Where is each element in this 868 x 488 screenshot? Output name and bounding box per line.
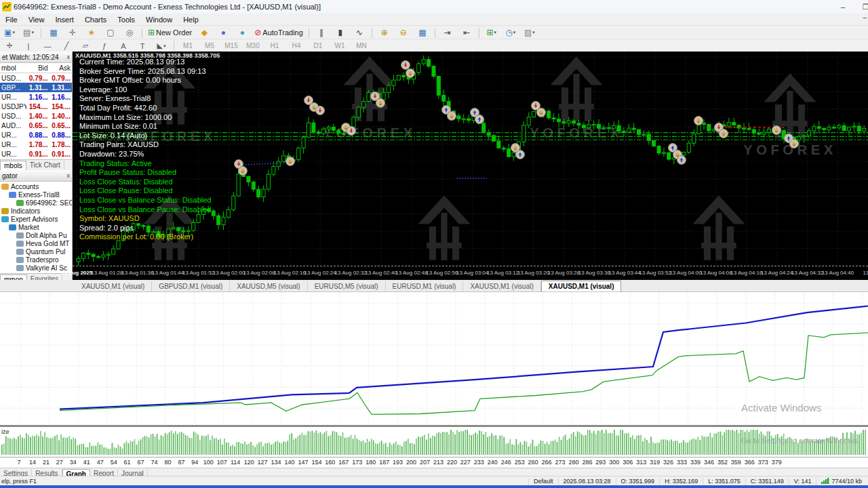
close-icon[interactable]: x — [67, 172, 71, 179]
trade-marker-red[interactable] — [316, 106, 325, 115]
chart-tab-3[interactable]: EURUSD,M5 (visual) — [308, 281, 386, 291]
trade-marker-yellow[interactable] — [406, 69, 415, 78]
trade-marker-yellow[interactable] — [694, 117, 703, 125]
trade-marker-yellow[interactable] — [376, 99, 385, 108]
trade-marker-red[interactable] — [347, 127, 356, 136]
menu-window[interactable]: Window — [140, 15, 178, 24]
chart-tab-0[interactable]: XAUUSD,M1 (visual) — [75, 281, 152, 291]
candlestick-chart-button[interactable]: ▮ — [332, 26, 349, 39]
price-chart[interactable]: YOFOREXYOFOREXYOFOREXYOFOREXYOFOREXYOFOR… — [73, 52, 868, 280]
market-watch-tab-tick-chart[interactable]: Tick Chart — [26, 161, 64, 169]
timeframe-w1-button[interactable]: W1 — [330, 39, 350, 52]
menu-tools[interactable]: Tools — [112, 15, 140, 24]
navigator-item-accounts[interactable]: Accounts — [0, 182, 72, 190]
market-watch-row[interactable]: UR...0.88...0.88... — [0, 130, 72, 140]
menu-help[interactable]: Help — [178, 15, 204, 24]
indicators-button[interactable]: ⊞▾ — [483, 26, 500, 39]
trade-marker-yellow[interactable] — [719, 129, 728, 138]
zoom-in-button[interactable]: ⊕ — [376, 26, 393, 39]
trade-marker-blue[interactable] — [475, 115, 484, 124]
timeframe-m15-button[interactable]: M15 — [221, 39, 241, 52]
bar-chart-button[interactable]: ∥ — [313, 26, 330, 39]
navigator-item-69649962-sec[interactable]: 69649962: SEC — [0, 199, 72, 207]
navigator-item-traderspro[interactable]: Traderspro — [0, 256, 72, 264]
market-watch-row[interactable]: USD...0.79...0.79... — [0, 73, 72, 83]
tile-windows-button[interactable]: ▦ — [414, 26, 431, 39]
arrows-button[interactable]: ◣▾ — [153, 39, 170, 52]
timeframe-h4-button[interactable]: H4 — [286, 39, 307, 52]
chart-tab-6[interactable]: XAUUSD,M1 (visual) — [541, 281, 622, 291]
chart-shift-button[interactable]: ⇤ — [458, 26, 475, 39]
zoom-out-button[interactable]: ⊖ — [395, 26, 412, 39]
trade-marker-yellow[interactable] — [286, 157, 295, 166]
crosshair-button[interactable]: ✛ — [1, 39, 18, 52]
menu-file[interactable]: File — [0, 15, 23, 24]
market-watch-row[interactable]: USD...1.40...1.40... — [0, 111, 72, 121]
timeframe-m30-button[interactable]: M30 — [243, 39, 263, 52]
text-button[interactable]: A — [115, 39, 132, 52]
chart-tab-2[interactable]: XAUUSD,M5 (visual) — [230, 281, 307, 291]
navigator-item-heva-gold-mt[interactable]: Heva Gold MT — [0, 239, 72, 247]
menu-charts[interactable]: Charts — [79, 15, 112, 24]
horizontal-line-button[interactable]: ― — [39, 39, 56, 52]
navigator-item-dolt-alpha-pu[interactable]: Dolt Alpha Pu — [0, 231, 72, 239]
market-watch-row[interactable]: USDJPY154....154.... — [0, 102, 72, 111]
timeframe-d1-button[interactable]: D1 — [308, 39, 328, 52]
metaeditor-button[interactable]: ◆ — [195, 26, 213, 39]
text-label-button[interactable]: T — [134, 39, 151, 52]
trade-marker-yellow[interactable] — [772, 126, 781, 135]
trade-marker-blue[interactable] — [677, 156, 686, 165]
trade-marker-yellow[interactable] — [790, 140, 799, 148]
timeframe-mn-button[interactable]: MN — [351, 39, 372, 52]
navigator-button[interactable]: ★ — [83, 26, 100, 39]
equidistant-channel-button[interactable]: ▱ — [77, 39, 94, 52]
market-watch-row[interactable]: UR...1.16...1.16... — [0, 92, 72, 102]
chart-tab-4[interactable]: EURUSD,M1 (visual) — [386, 281, 464, 291]
timeframe-h1-button[interactable]: H1 — [264, 39, 285, 52]
market-watch-button[interactable]: ▦ — [45, 26, 62, 39]
child-minimize-icon[interactable]: – — [863, 14, 867, 21]
navigator-item-expert-advisors[interactable]: Expert Advisors — [0, 215, 72, 223]
navigator-item-market[interactable]: Market — [0, 223, 72, 231]
strategy-tester-button[interactable]: ◎ — [121, 26, 138, 39]
trade-marker-yellow[interactable] — [239, 167, 248, 176]
trendline-button[interactable]: ╱ — [58, 39, 75, 52]
trade-marker-red[interactable] — [401, 61, 410, 70]
profiles-button[interactable]: ▤▾ — [20, 26, 37, 39]
autotrading-button[interactable]: ⊘AutoTrading — [252, 26, 305, 39]
menu-view[interactable]: View — [23, 15, 50, 24]
periods-button[interactable]: ◷▾ — [502, 26, 519, 39]
trade-marker-blue[interactable] — [516, 150, 525, 159]
navigator-item-indicators[interactable]: Indicators — [0, 207, 72, 215]
market-watch-row[interactable]: GBP...1.31...1.31... — [0, 83, 72, 92]
timeframe-m5-button[interactable]: M5 — [199, 39, 220, 52]
maximize-button[interactable]: ❐ — [854, 0, 868, 14]
new-chart-button[interactable]: ▣▾ — [1, 26, 18, 39]
data-window-button[interactable]: ✛ — [64, 26, 81, 39]
menu-insert[interactable]: Insert — [50, 15, 79, 24]
mql5-community-button[interactable]: ● — [214, 26, 232, 39]
trade-marker-yellow[interactable] — [448, 112, 456, 121]
line-chart-button[interactable]: ∿ — [351, 26, 368, 39]
vertical-line-button[interactable]: | — [20, 39, 37, 52]
templates-button[interactable]: ▨▾ — [521, 26, 538, 39]
terminal-button[interactable]: ▢ — [102, 26, 119, 39]
close-icon[interactable]: x — [67, 54, 71, 60]
market-watch-row[interactable]: AUD...0.65...0.65... — [0, 121, 72, 130]
market-watch-row[interactable]: UR...0.91...0.91... — [0, 149, 72, 159]
navigator-item-quantum-pul[interactable]: Quantum Pul — [0, 247, 72, 256]
timeframe-m1-button[interactable]: M1 — [178, 39, 198, 52]
chart-tab-5[interactable]: XAUUSD,M1 (visual) — [463, 281, 540, 291]
minimize-button[interactable]: – — [831, 0, 854, 14]
web-terminal-button[interactable]: ● — [233, 26, 251, 39]
fibonacci-button[interactable]: ƒ — [96, 39, 113, 52]
market-watch-tab-mbols[interactable]: mbols — [0, 161, 26, 170]
tester-graph-panel[interactable]: alance / Equity YOFOREXYOFOREXYOFOREX Ac… — [0, 292, 868, 427]
market-watch-row[interactable]: UR...1.78...1.78... — [0, 140, 72, 149]
trade-marker-yellow[interactable] — [537, 108, 546, 117]
new-order-button[interactable]: ⊞New Order — [146, 26, 194, 39]
chart-tab-1[interactable]: GBPUSD,M1 (visual) — [152, 281, 230, 291]
navigator-item-exness-trial8[interactable]: Exness-Trial8 — [0, 190, 72, 199]
lot-histogram-panel[interactable]: ize Go to Settings to activate Windows. — [0, 427, 868, 458]
time-axis[interactable]: 13 Aug 202513 Aug 01:2813 Aug 01:3613 Au… — [73, 266, 868, 281]
